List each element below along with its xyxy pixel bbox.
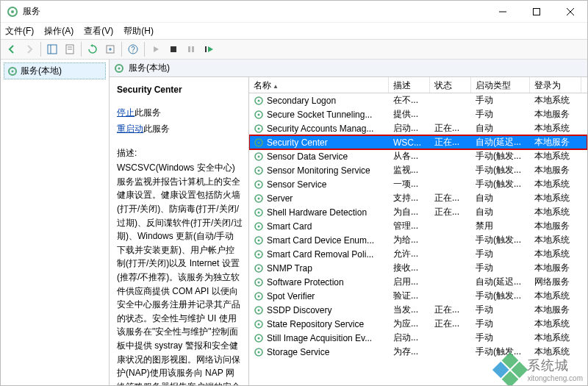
- service-desc-cell: 启动...: [389, 332, 430, 344]
- svg-point-55: [258, 323, 260, 325]
- start-service-button[interactable]: [148, 41, 164, 57]
- service-row[interactable]: Secondary Logon在不...手动本地系统: [249, 93, 587, 107]
- svg-point-19: [12, 70, 14, 72]
- gear-icon: [254, 319, 264, 329]
- service-startup-cell: 手动(触发...: [471, 234, 530, 246]
- service-status-cell: 正在...: [430, 206, 471, 218]
- col-startup-type[interactable]: 启动类型: [471, 77, 530, 93]
- export-button[interactable]: [102, 41, 118, 57]
- menu-action[interactable]: 操作(A): [44, 25, 74, 37]
- service-name-cell: SNMP Trap: [267, 263, 312, 274]
- svg-point-43: [258, 239, 260, 241]
- description-text: WSCSVC(Windows 安全中心)服务监视并报告计算机上的安全健康设置。健…: [117, 161, 243, 385]
- stop-service-button[interactable]: [165, 41, 182, 57]
- description-label: 描述:: [117, 147, 243, 160]
- service-desc-cell: WSC...: [389, 137, 430, 148]
- tree-root-label: 服务(本地): [21, 65, 62, 77]
- service-row[interactable]: Shell Hardware Detection为自...正在...自动本地系统: [249, 205, 587, 219]
- maximize-button[interactable]: [520, 1, 553, 23]
- minimize-button[interactable]: [486, 1, 520, 23]
- svg-rect-15: [188, 46, 190, 52]
- col-status[interactable]: 状态: [430, 77, 471, 93]
- service-row[interactable]: Sensor Data Service从各...手动(触发...本地系统: [249, 149, 587, 163]
- service-logon-cell: 本地服务: [530, 220, 581, 232]
- service-startup-cell: 手动: [471, 332, 530, 344]
- svg-point-53: [258, 309, 260, 311]
- show-hide-tree-button[interactable]: [44, 41, 60, 57]
- close-button[interactable]: [553, 1, 587, 23]
- service-desc-cell: 提供...: [389, 108, 430, 121]
- svg-point-27: [258, 127, 260, 129]
- service-row[interactable]: Sensor Service一项...手动(触发...本地系统: [249, 177, 587, 191]
- service-name-cell: Server: [267, 193, 293, 204]
- service-desc-cell: 为自...: [389, 206, 430, 218]
- forward-button[interactable]: [21, 41, 37, 57]
- gear-icon: [254, 151, 264, 162]
- properties-button[interactable]: [62, 41, 78, 57]
- pause-service-button[interactable]: [183, 41, 199, 57]
- svg-point-45: [258, 253, 260, 255]
- svg-point-25: [258, 113, 260, 115]
- col-description[interactable]: 描述: [389, 77, 430, 93]
- help-button[interactable]: ?: [125, 41, 141, 57]
- service-row[interactable]: State Repository Service为应...正在...手动本地系统: [249, 317, 587, 331]
- service-desc-cell: 监视...: [389, 164, 430, 176]
- service-logon-cell: 本地系统: [530, 206, 581, 218]
- service-row[interactable]: SSDP Discovery当发...正在...手动本地服务: [249, 303, 587, 317]
- service-logon-cell: 本地系统: [530, 332, 581, 344]
- tree-pane: 服务(本地): [1, 60, 110, 385]
- service-row[interactable]: Sensor Monitoring Service监视...手动(触发...本地…: [249, 163, 587, 177]
- gear-icon: [254, 179, 264, 190]
- restart-suffix: 此服务: [143, 124, 170, 134]
- service-name-cell: State Repository Service: [267, 319, 364, 329]
- toolbar: ?: [1, 39, 587, 60]
- service-name-cell: Shell Hardware Detection: [267, 207, 367, 218]
- gear-icon: [254, 333, 264, 343]
- gear-icon: [254, 235, 264, 246]
- restart-service-button[interactable]: [201, 41, 217, 57]
- service-row[interactable]: Secure Socket Tunneling...提供...手动本地服务: [249, 107, 587, 121]
- menu-view[interactable]: 查看(V): [84, 25, 113, 37]
- svg-point-33: [258, 169, 260, 171]
- svg-rect-3: [534, 8, 540, 15]
- menu-file[interactable]: 文件(F): [5, 25, 34, 37]
- service-row[interactable]: Security Accounts Manag...启动...正在...自动本地…: [249, 121, 587, 135]
- service-row[interactable]: Security CenterWSC...正在...自动(延迟...本地服务: [249, 135, 587, 149]
- menu-help[interactable]: 帮助(H): [123, 25, 154, 37]
- service-startup-cell: 手动(触发...: [471, 164, 530, 176]
- stop-service-link[interactable]: 停止: [117, 107, 135, 118]
- service-logon-cell: 本地系统: [530, 318, 581, 330]
- refresh-button[interactable]: [85, 41, 101, 57]
- service-row[interactable]: Software Protection启用...自动(延迟...网络服务: [249, 275, 587, 289]
- tree-root-services-local[interactable]: 服务(本地): [4, 62, 106, 79]
- service-name-cell: Security Center: [267, 137, 328, 148]
- service-row[interactable]: Smart Card管理...禁用本地服务: [249, 219, 587, 233]
- service-row[interactable]: SNMP Trap接收...手动本地服务: [249, 261, 587, 275]
- service-row[interactable]: Smart Card Removal Poli...允许...手动本地系统: [249, 247, 587, 261]
- column-headers: 名称▲ 描述 状态 启动类型 登录为: [249, 77, 587, 93]
- svg-point-35: [258, 183, 260, 185]
- service-desc-cell: 启用...: [389, 276, 430, 288]
- service-row[interactable]: Still Image Acquisition Ev...启动...手动本地系统: [249, 331, 587, 345]
- service-rows[interactable]: Secondary Logon在不...手动本地系统Secure Socket …: [249, 93, 587, 385]
- service-startup-cell: 手动: [471, 94, 530, 107]
- service-startup-cell: 手动: [471, 248, 530, 260]
- restart-service-link[interactable]: 重启动: [117, 124, 143, 134]
- col-logon-as[interactable]: 登录为: [530, 77, 581, 93]
- service-name-cell: Sensor Monitoring Service: [267, 165, 370, 176]
- gear-icon: [254, 291, 264, 301]
- col-name[interactable]: 名称▲: [249, 77, 389, 93]
- service-name-cell: Smart Card Removal Poli...: [267, 249, 373, 260]
- service-startup-cell: 手动(触发...: [471, 290, 530, 302]
- service-name-cell: Secondary Logon: [267, 96, 336, 106]
- gear-icon: [254, 207, 264, 218]
- svg-text:?: ?: [131, 46, 135, 54]
- service-startup-cell: 手动: [471, 262, 530, 274]
- service-row[interactable]: Storage Service为存...手动(触发...本地系统: [249, 345, 587, 359]
- svg-point-49: [258, 281, 260, 283]
- service-row[interactable]: Spot Verifier验证...手动(触发...本地系统: [249, 289, 587, 303]
- service-row[interactable]: Server支持...正在...自动本地系统: [249, 191, 587, 205]
- back-button[interactable]: [4, 41, 20, 57]
- service-row[interactable]: Smart Card Device Enum...为给...手动(触发...本地…: [249, 233, 587, 247]
- service-status-cell: 正在...: [430, 136, 471, 149]
